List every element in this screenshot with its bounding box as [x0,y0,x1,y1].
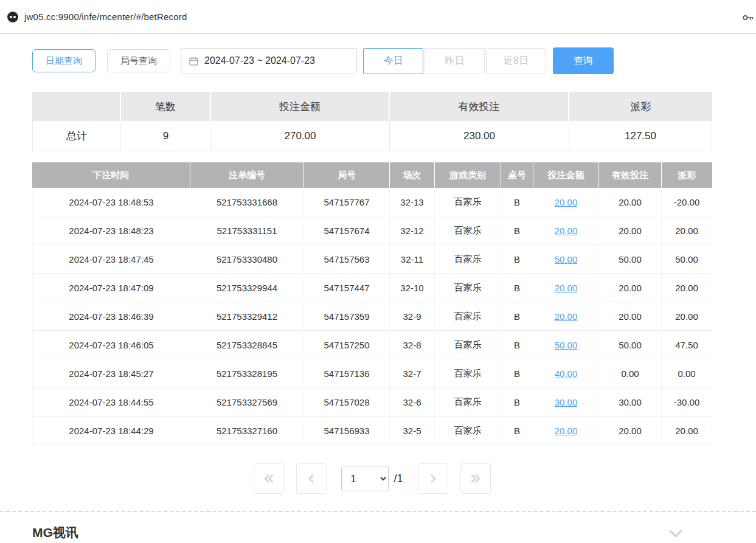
bet-amount-link[interactable]: 40.00 [555,368,578,379]
cell-session: 32-7 [390,359,435,388]
bet-amount-link[interactable]: 20.00 [555,283,578,293]
col-game-type: 游戏类别 [435,162,501,188]
cell-bet-amount: 50.00 [533,245,599,274]
today-button[interactable]: 今日 [363,48,423,74]
summary-header-bet-amount: 投注金额 [211,92,390,121]
cell-order-no: 521753331668 [190,188,304,216]
summary-total-row: 总计 9 270.00 230.00 127.50 [32,121,712,151]
round-query-tab[interactable]: 局号查询 [107,49,170,72]
pagination: 1 /1 [32,463,712,494]
table-row: 2024-07-23 18:48:53521753331668547157767… [32,188,712,216]
cell-bet-amount: 20.00 [533,188,599,216]
cell-game-type: 百家乐 [435,359,501,388]
url-text[interactable]: jw05.cc:9900/infe/mcenter/#/betRecord [24,12,187,22]
cell-order-no: 521753328195 [190,359,304,388]
cell-round-no: 547157563 [304,245,390,274]
cell-session: 32-5 [390,417,435,445]
yesterday-button[interactable]: 昨日 [425,48,485,74]
summary-payout-value: 127.50 [569,121,712,151]
cell-payout: 20.00 [662,216,712,245]
bet-amount-link[interactable]: 50.00 [555,340,578,350]
cell-bet-amount: 40.00 [533,359,599,388]
cell-valid-bet: 20.00 [599,274,662,302]
cell-round-no: 547156933 [304,417,390,445]
cell-payout: 47.50 [662,331,712,359]
last8days-button[interactable]: 近8日 [486,48,546,74]
prev-page-icon [305,472,318,485]
key-icon[interactable] [741,11,755,27]
cell-table-no: B [501,245,533,274]
cell-order-no: 521753329412 [190,302,304,331]
cell-session: 32-9 [390,302,435,331]
last-page-button[interactable] [460,463,491,494]
cell-table-no: B [501,388,533,417]
cell-session: 32-10 [390,274,435,302]
cell-bet-time: 2024-07-23 18:44:55 [32,388,190,417]
filter-row: 日期查询 局号查询 2024-07-23 ~ 2024-07-23 今日 昨日 … [32,47,712,74]
cell-bet-amount: 50.00 [533,331,599,359]
summary-header-valid-bet: 有效投注 [390,92,569,121]
page-select[interactable]: 1 [341,466,389,491]
first-page-button[interactable] [254,463,284,494]
summary-total-label: 总计 [32,121,121,151]
cell-game-type: 百家乐 [435,302,501,331]
records-tbody: 2024-07-23 18:48:53521753331668547157767… [32,188,712,445]
mg-section-title: MG视讯 [32,524,78,541]
cell-round-no: 547157674 [304,216,390,245]
bet-amount-link[interactable]: 20.00 [555,226,578,236]
cell-order-no: 521753327569 [190,388,304,417]
cell-bet-time: 2024-07-23 18:45:27 [32,359,190,388]
summary-header-blank [32,92,121,121]
cell-bet-time: 2024-07-23 18:48:53 [32,188,190,216]
cell-bet-time: 2024-07-23 18:48:23 [32,216,190,245]
cell-round-no: 547157250 [304,331,390,359]
date-range-input[interactable]: 2024-07-23 ~ 2024-07-23 [181,48,357,74]
table-row: 2024-07-23 18:45:27521753328195547157136… [32,359,712,388]
bet-amount-link[interactable]: 30.00 [555,397,578,407]
col-round-no: 局号 [304,162,390,188]
mg-section-header: MG视讯 [32,512,712,542]
cell-valid-bet: 30.00 [599,388,662,417]
cell-game-type: 百家乐 [435,331,501,359]
section-chevron-icon[interactable] [667,524,685,542]
cell-valid-bet: 50.00 [599,245,662,274]
bet-amount-link[interactable]: 20.00 [555,311,578,322]
site-icon [7,12,18,22]
cell-table-no: B [501,417,533,445]
bet-amount-link[interactable]: 50.00 [555,254,578,265]
table-row: 2024-07-23 18:47:09521753329944547157447… [32,274,712,302]
cell-game-type: 百家乐 [435,216,501,245]
cell-bet-amount: 20.00 [533,274,599,302]
cell-bet-amount: 30.00 [533,388,599,417]
cell-session: 32-12 [390,216,435,245]
next-page-icon [426,472,440,485]
col-bet-time: 下注时间 [32,162,190,188]
summary-count-value: 9 [121,121,211,151]
browser-url-bar: jw05.cc:9900/infe/mcenter/#/betRecord [0,0,756,34]
cell-valid-bet: 50.00 [599,331,662,359]
records-header-row: 下注时间 注单编号 局号 场次 游戏类别 桌号 投注金额 有效投注 派彩 [32,162,712,188]
calendar-icon [189,56,199,66]
cell-payout: 0.00 [662,359,712,388]
cell-round-no: 547157028 [304,388,390,417]
cell-session: 32-13 [390,188,435,216]
search-button[interactable]: 查询 [553,47,614,74]
date-query-tab[interactable]: 日期查询 [32,49,95,72]
cell-round-no: 547157767 [304,188,390,216]
cell-bet-amount: 20.00 [533,417,599,445]
cell-order-no: 521753329944 [190,274,304,302]
next-page-button[interactable] [418,463,448,494]
cell-valid-bet: 20.00 [599,188,662,216]
cell-round-no: 547157447 [304,274,390,302]
bet-amount-link[interactable]: 20.00 [555,197,578,207]
cell-round-no: 547157136 [304,359,390,388]
cell-game-type: 百家乐 [435,388,501,417]
prev-page-button[interactable] [296,463,327,494]
summary-valid-bet-value: 230.00 [390,121,569,151]
table-row: 2024-07-23 18:46:39521753329412547157359… [32,302,712,331]
cell-table-no: B [501,216,533,245]
bet-amount-link[interactable]: 20.00 [555,426,578,436]
col-order-no: 注单编号 [190,162,304,188]
cell-game-type: 百家乐 [435,274,501,302]
cell-table-no: B [501,302,533,331]
